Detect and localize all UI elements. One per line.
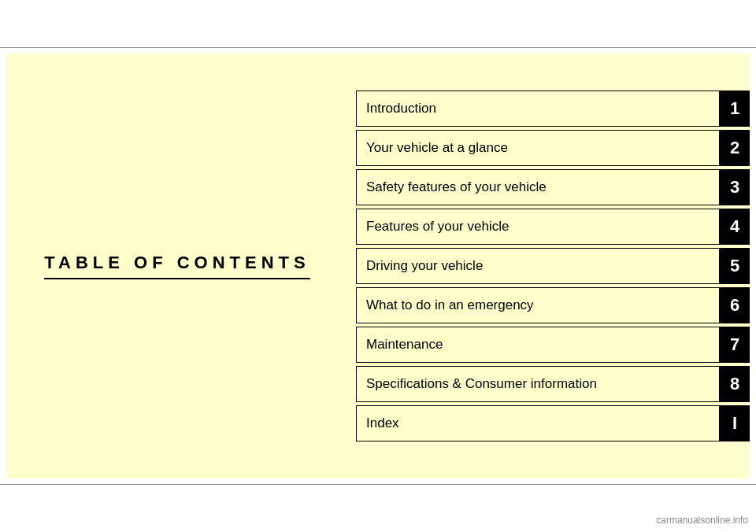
menu-item-number: I: [720, 405, 750, 441]
menu-item-label: Specifications & Consumer information: [356, 366, 720, 402]
menu-item-number: 3: [720, 169, 750, 205]
page-title: TABLE OF CONTENTS: [44, 253, 309, 279]
menu-item-number: 1: [720, 91, 750, 127]
menu-item-number: 2: [720, 130, 750, 166]
menu-row[interactable]: Specifications & Consumer information8: [356, 366, 750, 402]
right-panel: Introduction1Your vehicle at a glance2Sa…: [348, 54, 750, 478]
watermark: carmanualsonline.info: [656, 515, 748, 526]
menu-item-label: Safety features of your vehicle: [356, 169, 720, 205]
menu-row[interactable]: Introduction1: [356, 91, 750, 127]
title-container: TABLE OF CONTENTS: [44, 253, 309, 279]
menu-row[interactable]: What to do in an emergency6: [356, 287, 750, 323]
menu-item-label: Your vehicle at a glance: [356, 130, 720, 166]
menu-row[interactable]: Your vehicle at a glance2: [356, 130, 750, 166]
menu-row[interactable]: Features of your vehicle4: [356, 209, 750, 245]
menu-item-label: Introduction: [356, 91, 720, 127]
menu-item-number: 5: [720, 248, 750, 284]
main-content: TABLE OF CONTENTS Introduction1Your vehi…: [6, 54, 750, 478]
menu-item-number: 6: [720, 287, 750, 323]
menu-item-number: 4: [720, 209, 750, 245]
left-panel: TABLE OF CONTENTS: [6, 54, 348, 478]
menu-row[interactable]: Safety features of your vehicle3: [356, 169, 750, 205]
menu-item-label: Maintenance: [356, 327, 720, 363]
menu-item-number: 8: [720, 366, 750, 402]
menu-row[interactable]: IndexI: [356, 405, 750, 441]
menu-item-label: What to do in an emergency: [356, 287, 720, 323]
menu-row[interactable]: Driving your vehicle5: [356, 248, 750, 284]
menu-item-number: 7: [720, 327, 750, 363]
menu-item-label: Index: [356, 405, 720, 441]
menu-row[interactable]: Maintenance7: [356, 327, 750, 363]
menu-item-label: Features of your vehicle: [356, 209, 720, 245]
menu-item-label: Driving your vehicle: [356, 248, 720, 284]
bottom-divider: [0, 484, 756, 485]
top-divider: [0, 47, 756, 48]
